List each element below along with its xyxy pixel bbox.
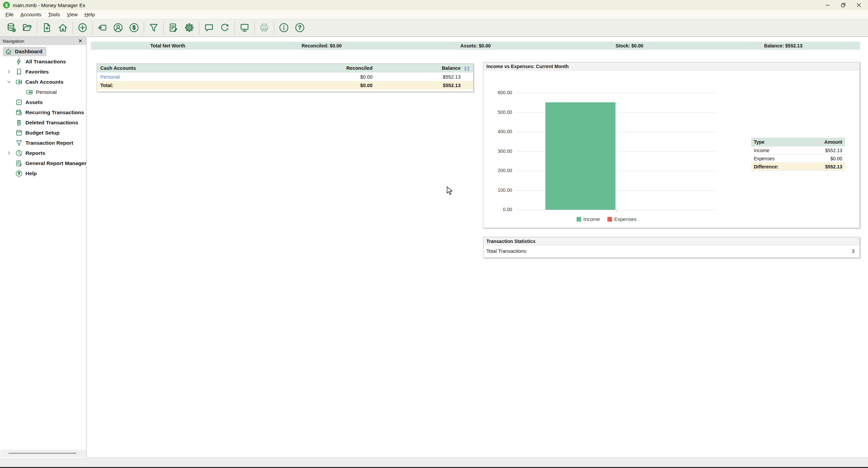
sidebar-item-budget-setup[interactable]: Budget Setup bbox=[0, 128, 86, 138]
cash-account-row: Personal$0.00$552.13 bbox=[97, 73, 473, 81]
chevron-right-icon[interactable] bbox=[6, 150, 12, 156]
titlebar: $ main.mmb - Money Manager Ex bbox=[0, 0, 868, 10]
close-button[interactable] bbox=[851, 0, 867, 10]
svg-text:?: ? bbox=[298, 24, 301, 31]
sidebar-item-label: Recurring Transactions bbox=[25, 109, 84, 116]
monitor-icon[interactable] bbox=[237, 20, 253, 36]
chart-panel-title: Income vs Expenses: Current Month bbox=[483, 62, 860, 70]
sidebar-item-dashboard[interactable]: Dashboard bbox=[0, 46, 86, 57]
difference-row: Difference:$552.13 bbox=[751, 163, 845, 171]
navigation-panel: Navigation ✕ DashboardAll TransactionsFa… bbox=[0, 37, 86, 457]
menu-tools[interactable]: Tools bbox=[45, 11, 63, 18]
menubar: FileAccountsToolsViewHelp bbox=[0, 10, 868, 19]
y-axis-tick-label: 100.00 bbox=[485, 187, 512, 193]
summary-cell-3: Stock: $0.00 bbox=[552, 42, 706, 50]
type-amount-table: TypeAmountIncome$552.13Expenses$0.00Diff… bbox=[751, 138, 845, 171]
svg-text:?: ? bbox=[18, 171, 20, 176]
settings-icon[interactable] bbox=[181, 20, 197, 36]
legend-item-expenses: Expenses bbox=[607, 216, 637, 222]
close-icon[interactable]: ✕ bbox=[77, 38, 83, 44]
summary-cell-1: Reconciled: $0.00 bbox=[245, 42, 399, 50]
comment-icon[interactable] bbox=[201, 20, 217, 36]
sidebar-item-deleted-transactions[interactable]: Deleted Transactions bbox=[0, 118, 86, 128]
sidebar-item-help[interactable]: ?Help bbox=[0, 168, 86, 179]
new-database-icon[interactable] bbox=[3, 20, 19, 36]
type-amount-header: TypeAmount bbox=[751, 138, 845, 146]
sidebar-item-cash-accounts[interactable]: Cash Accounts bbox=[0, 77, 86, 87]
nav-horizontal-scrollbar[interactable] bbox=[0, 450, 86, 457]
wallet-icon bbox=[15, 78, 23, 86]
x-axis-tick bbox=[616, 210, 617, 212]
y-axis-tick-label: 0.00 bbox=[485, 207, 512, 212]
sidebar-item-label: Reports bbox=[25, 150, 45, 156]
balance-value: $552.13 bbox=[372, 83, 461, 88]
payee-icon[interactable] bbox=[110, 20, 126, 36]
total-transactions-value: 3 bbox=[852, 248, 856, 254]
summary-cell-0: Total Net Worth bbox=[91, 42, 245, 50]
sidebar-item-all-transactions[interactable]: All Transactions bbox=[0, 57, 86, 67]
refresh-icon[interactable] bbox=[217, 20, 233, 36]
column-reconciled: Reconciled bbox=[274, 65, 372, 71]
collapse-link[interactable]: [-] bbox=[461, 66, 473, 71]
help-icon[interactable]: ? bbox=[292, 20, 308, 36]
sidebar-item-recurring-transactions[interactable]: Recurring Transactions bbox=[0, 107, 86, 118]
menu-accounts[interactable]: Accounts bbox=[17, 11, 45, 18]
transaction-statistics-panel: Transaction Statistics Total Transaction… bbox=[483, 237, 860, 258]
menu-view[interactable]: View bbox=[63, 11, 81, 18]
sidebar-item-label: Help bbox=[25, 170, 37, 177]
status-bar bbox=[0, 458, 868, 467]
chart-legend: IncomeExpenses bbox=[577, 216, 644, 222]
svg-text:$: $ bbox=[133, 24, 136, 31]
column-balance: Balance bbox=[372, 65, 461, 71]
menu-file[interactable]: File bbox=[2, 11, 17, 18]
sidebar-item-label: All Transactions bbox=[25, 59, 66, 65]
dashboard-area: Total Net WorthReconciled: $0.00Assets: … bbox=[87, 37, 868, 457]
cash-accounts-header: Cash Accounts Reconciled Balance [-] bbox=[97, 64, 473, 73]
new-transaction-icon[interactable] bbox=[75, 20, 90, 36]
sidebar-item-general-report-manager[interactable]: General Report Manager bbox=[0, 158, 86, 168]
toolbar-separator bbox=[92, 21, 93, 34]
sidebar-item-assets[interactable]: Assets bbox=[0, 97, 86, 107]
sidebar-item-personal[interactable]: Personal bbox=[0, 87, 86, 97]
tag-icon[interactable] bbox=[94, 20, 110, 36]
sidebar-item-reports[interactable]: Reports bbox=[0, 148, 86, 158]
scrollbar-thumb[interactable] bbox=[8, 453, 76, 454]
assets-icon bbox=[15, 99, 23, 106]
wallet-icon bbox=[26, 88, 33, 96]
restore-button[interactable] bbox=[835, 0, 851, 10]
sidebar-item-label: Cash Accounts bbox=[25, 79, 63, 85]
sidebar-item-transaction-report[interactable]: Transaction Report bbox=[0, 138, 86, 148]
menu-help[interactable]: Help bbox=[81, 11, 98, 18]
stats-panel-title: Transaction Statistics bbox=[483, 237, 860, 245]
gridline bbox=[516, 93, 716, 93]
toolbar-separator bbox=[73, 21, 73, 34]
report-edit-icon[interactable] bbox=[165, 20, 181, 36]
sidebar-item-label: Favorites bbox=[25, 69, 49, 75]
type-amount-row: Expenses$0.00 bbox=[751, 155, 845, 163]
window-title: main.mmb - Money Manager Ex bbox=[13, 2, 85, 8]
sidebar-item-favorites[interactable]: Favorites bbox=[0, 67, 86, 77]
legend-item-income: Income bbox=[577, 216, 600, 222]
legend-swatch-icon bbox=[577, 217, 581, 222]
app-dollar-icon: $ bbox=[3, 2, 10, 8]
filter-icon[interactable] bbox=[146, 20, 162, 36]
calendar-clock-icon bbox=[15, 109, 23, 116]
toolbar-separator bbox=[235, 21, 235, 34]
minimize-button[interactable] bbox=[820, 0, 835, 10]
bar-income bbox=[545, 102, 615, 210]
open-folder-icon[interactable] bbox=[19, 20, 35, 36]
summary-bar: Total Net WorthReconciled: $0.00Assets: … bbox=[91, 42, 860, 50]
account-link[interactable]: Personal bbox=[97, 74, 274, 80]
currency-icon[interactable]: $ bbox=[126, 20, 142, 36]
chevron-down-icon[interactable] bbox=[6, 79, 12, 85]
sidebar-item-label: Personal bbox=[36, 89, 57, 95]
reconciled-value: $0.00 bbox=[274, 83, 372, 88]
toolbar-separator bbox=[254, 21, 255, 34]
sidebar-item-label: Transaction Report bbox=[25, 140, 73, 146]
chevron-right-icon[interactable] bbox=[6, 69, 12, 75]
sidebar-item-label: Assets bbox=[25, 99, 43, 105]
new-file-icon[interactable] bbox=[39, 20, 55, 36]
pie-chart-icon bbox=[15, 149, 23, 157]
about-icon[interactable] bbox=[276, 20, 292, 36]
home-icon[interactable] bbox=[55, 20, 71, 36]
